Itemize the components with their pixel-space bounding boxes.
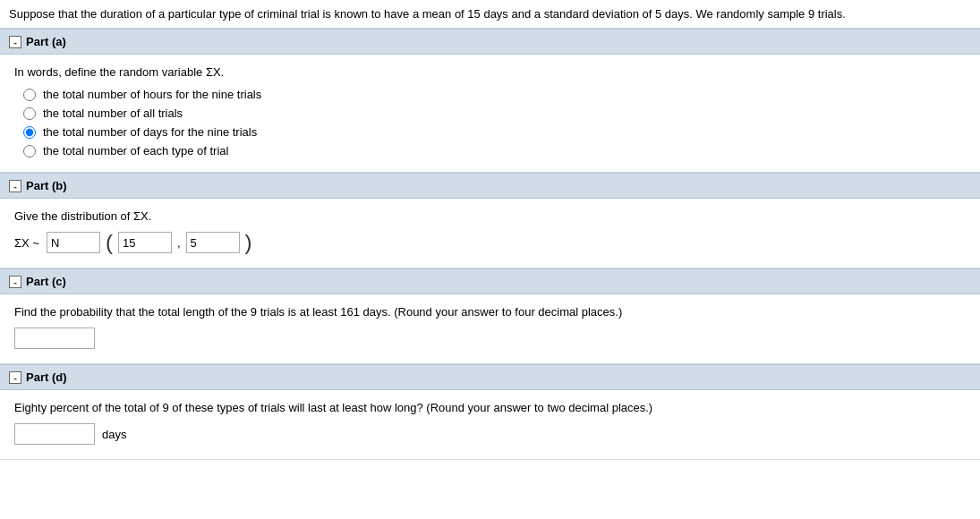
option-hours-label: the total number of hours for the nine t… <box>43 88 261 101</box>
part-d-header: - Part (d) <box>0 364 980 390</box>
part-b-question: Give the distribution of ΣX. <box>14 209 966 223</box>
part-a-collapse-icon[interactable]: - <box>9 36 21 48</box>
distribution-mean-input[interactable] <box>118 232 172 253</box>
part-a-label: Part (a) <box>26 35 66 48</box>
option-all-trials-radio[interactable] <box>23 107 36 120</box>
comma-separator: , <box>177 236 181 250</box>
option-days-radio[interactable] <box>23 126 36 139</box>
list-item[interactable]: the total number of days for the nine tr… <box>23 125 966 139</box>
option-days-label: the total number of days for the nine tr… <box>43 125 257 139</box>
part-c-collapse-icon[interactable]: - <box>9 276 21 288</box>
part-c-question: Find the probability that the total leng… <box>14 305 966 319</box>
distribution-type-input[interactable] <box>47 232 100 253</box>
part-a-header: - Part (a) <box>0 29 980 55</box>
part-a-question: In words, define the random variable ΣX. <box>14 65 966 79</box>
option-each-type-label: the total number of each type of trial <box>43 144 228 157</box>
part-d-question: Eighty percent of the total of 9 of thes… <box>14 401 966 414</box>
list-item[interactable]: the total number of each type of trial <box>23 144 966 157</box>
option-hours-radio[interactable] <box>23 89 36 101</box>
option-each-type-radio[interactable] <box>23 145 36 157</box>
part-c-answer-input[interactable] <box>14 328 95 349</box>
list-item[interactable]: the total number of hours for the nine t… <box>23 88 966 101</box>
list-item[interactable]: the total number of all trials <box>23 106 966 120</box>
option-all-trials-label: the total number of all trials <box>43 106 183 120</box>
distribution-row: ΣX ~ ( , ) <box>14 232 966 253</box>
part-a-radio-group: the total number of hours for the nine t… <box>23 88 966 157</box>
part-c-content: Find the probability that the total leng… <box>0 294 980 364</box>
part-d-answer-input[interactable] <box>14 423 95 445</box>
part-b-label: Part (b) <box>26 179 67 192</box>
part-d-label: Part (d) <box>26 370 67 384</box>
part-a-content: In words, define the random variable ΣX.… <box>0 55 980 173</box>
intro-text: Suppose that the duration of a particula… <box>0 0 980 29</box>
open-paren: ( <box>106 232 113 253</box>
distribution-stddev-input[interactable] <box>186 232 240 253</box>
part-d-content: Eighty percent of the total of 9 of thes… <box>0 390 980 460</box>
part-c-header: - Part (c) <box>0 268 980 294</box>
days-label: days <box>102 428 126 441</box>
close-paren: ) <box>245 232 252 253</box>
part-b-header: - Part (b) <box>0 173 980 199</box>
part-b-collapse-icon[interactable]: - <box>9 180 21 192</box>
part-c-label: Part (c) <box>26 275 66 288</box>
part-d-collapse-icon[interactable]: - <box>9 371 21 384</box>
sigma-x-label: ΣX ~ <box>14 236 39 250</box>
part-b-content: Give the distribution of ΣX. ΣX ~ ( , ) <box>0 199 980 268</box>
days-row: days <box>14 423 966 445</box>
